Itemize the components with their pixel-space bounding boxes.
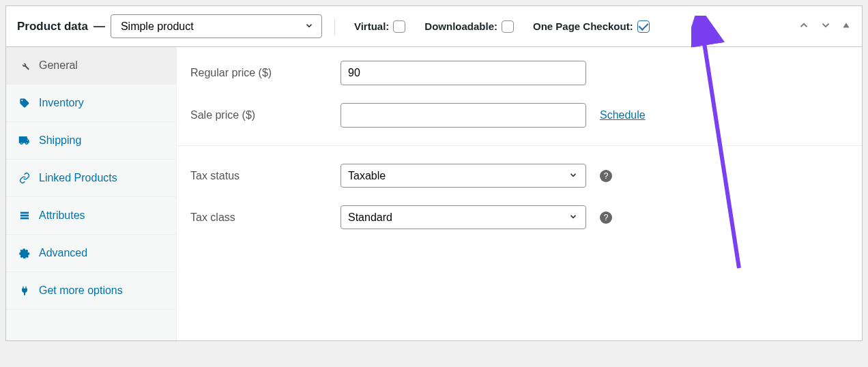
- title-dash: —: [93, 20, 105, 33]
- product-type-select[interactable]: Simple product: [111, 14, 322, 38]
- link-icon: [18, 172, 31, 184]
- virtual-checkbox-group: Virtual:: [354, 20, 405, 33]
- product-data-panel: Product data — Simple product Virtual: D…: [5, 5, 863, 341]
- product-type-wrapper: Simple product: [111, 14, 322, 38]
- tax-class-label: Tax class: [190, 211, 327, 224]
- tax-class-select[interactable]: Standard: [341, 205, 586, 229]
- sidebar-item-label: Advanced: [39, 247, 87, 259]
- svg-rect-3: [20, 218, 29, 220]
- list-icon: [18, 209, 31, 222]
- one-page-checkout-checkbox[interactable]: [637, 20, 650, 33]
- tax-status-row: Tax status Taxable ?: [190, 164, 848, 188]
- section-divider: [177, 145, 862, 146]
- gear-icon: [18, 247, 31, 259]
- sidebar-item-label: Get more options: [39, 284, 123, 297]
- sidebar-item-advanced[interactable]: Advanced: [6, 235, 176, 272]
- schedule-link[interactable]: Schedule: [600, 109, 646, 121]
- panel-controls: [798, 19, 851, 33]
- sale-price-input[interactable]: [341, 103, 586, 128]
- one-page-checkout-label: One Page Checkout:: [533, 20, 633, 32]
- sidebar-item-label: Shipping: [39, 134, 81, 147]
- tax-status-select[interactable]: Taxable: [341, 164, 586, 188]
- tax-status-label: Tax status: [190, 170, 327, 182]
- svg-rect-2: [20, 215, 29, 217]
- regular-price-label: Regular price ($): [190, 67, 327, 79]
- downloadable-label: Downloadable:: [424, 20, 497, 32]
- downloadable-checkbox[interactable]: [502, 20, 514, 33]
- virtual-checkbox[interactable]: [393, 20, 405, 33]
- wrench-icon: [18, 59, 31, 72]
- toggle-panel-icon[interactable]: [841, 20, 851, 32]
- sidebar-item-label: Linked Products: [39, 172, 117, 184]
- tax-class-row: Tax class Standard ?: [190, 205, 848, 229]
- sale-price-row: Sale price ($) Schedule: [190, 103, 848, 128]
- help-icon[interactable]: ?: [600, 211, 612, 224]
- sale-price-label: Sale price ($): [190, 109, 327, 121]
- move-up-icon[interactable]: [798, 19, 810, 33]
- sidebar-item-label: Inventory: [39, 97, 84, 109]
- help-icon[interactable]: ?: [600, 170, 612, 182]
- sidebar-tabs: General Inventory Shipping Linked Produc…: [6, 47, 177, 340]
- regular-price-input[interactable]: [341, 61, 586, 85]
- tag-icon: [18, 97, 31, 109]
- svg-marker-0: [843, 23, 849, 28]
- sidebar-item-attributes[interactable]: Attributes: [6, 197, 176, 235]
- plug-icon: [18, 284, 31, 297]
- sidebar-item-inventory[interactable]: Inventory: [6, 85, 176, 122]
- panel-body: General Inventory Shipping Linked Produc…: [6, 47, 862, 340]
- sidebar-item-label: Attributes: [39, 209, 85, 222]
- panel-header: Product data — Simple product Virtual: D…: [6, 6, 862, 47]
- sidebar-item-label: General: [39, 59, 78, 72]
- sidebar-item-linked-products[interactable]: Linked Products: [6, 160, 176, 197]
- downloadable-checkbox-group: Downloadable:: [424, 20, 514, 33]
- sidebar-item-more-options[interactable]: Get more options: [6, 272, 176, 310]
- one-page-checkout-group: One Page Checkout:: [533, 20, 650, 33]
- general-tab-content: Regular price ($) Sale price ($) Schedul…: [177, 47, 862, 340]
- panel-title: Product data: [17, 20, 88, 33]
- regular-price-row: Regular price ($): [190, 61, 848, 85]
- sidebar-item-general[interactable]: General: [6, 47, 176, 85]
- header-divider: [334, 18, 335, 35]
- truck-icon: [18, 134, 31, 147]
- sidebar-item-shipping[interactable]: Shipping: [6, 122, 176, 160]
- virtual-label: Virtual:: [354, 20, 389, 32]
- svg-rect-1: [20, 212, 29, 214]
- move-down-icon[interactable]: [820, 19, 832, 33]
